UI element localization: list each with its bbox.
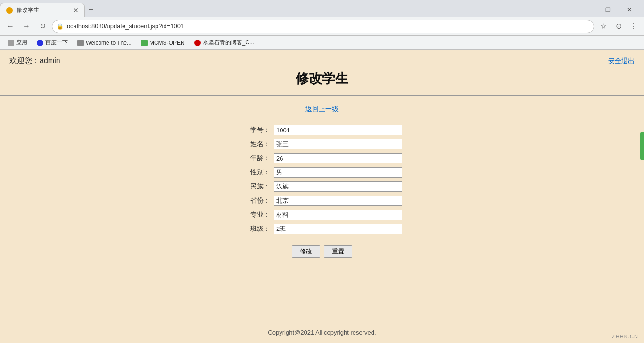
input-ethnicity[interactable]: [274, 181, 402, 192]
form-row-major: 专业：: [242, 210, 402, 220]
bookmark-star-button[interactable]: ☆: [597, 20, 610, 33]
label-name: 姓名：: [242, 140, 270, 148]
reset-button[interactable]: 重置: [324, 245, 352, 258]
label-age: 年龄：: [242, 154, 270, 163]
label-ethnicity: 民族：: [242, 182, 270, 191]
right-sidebar-bar: [640, 132, 644, 160]
label-student-id: 学号：: [242, 126, 270, 134]
menu-button[interactable]: ⋮: [627, 20, 640, 33]
label-class: 班级：: [242, 225, 270, 233]
tab-title: 修改学生: [17, 6, 39, 14]
input-province[interactable]: [274, 196, 402, 206]
input-major[interactable]: [274, 210, 402, 220]
browser-tab[interactable]: 修改学生 ✕: [0, 3, 85, 17]
form-row-ethnicity: 民族：: [242, 181, 402, 192]
bookmarks-bar: 应用 百度一下 Welcome to The... MCMS-OPEN 水坚石青…: [0, 36, 644, 50]
forward-button[interactable]: →: [20, 20, 33, 33]
mcms-favicon: [141, 40, 148, 46]
welcome-favicon: [77, 40, 84, 46]
label-major: 专业：: [242, 211, 270, 219]
new-tab-button[interactable]: +: [85, 5, 98, 15]
input-class[interactable]: [274, 224, 402, 234]
page-divider: [0, 95, 644, 96]
bookmark-apps-label: 应用: [16, 39, 27, 47]
close-window-button[interactable]: ✕: [619, 3, 640, 17]
lock-icon: 🔒: [57, 23, 64, 30]
form-row-student-id: 学号：: [242, 125, 402, 135]
welcome-text: 欢迎您：admin: [9, 56, 60, 66]
bookmark-apps[interactable]: 应用: [4, 38, 31, 48]
baidu-favicon: [37, 40, 43, 46]
csdn-favicon: [194, 40, 201, 46]
input-student-id[interactable]: [274, 125, 402, 135]
restore-button[interactable]: ❐: [597, 3, 619, 17]
form-row-gender: 性别：: [242, 167, 402, 178]
form-row-province: 省份：: [242, 196, 402, 206]
bookmark-csdn-label: 水坚石青的博客_C...: [203, 39, 254, 47]
label-province: 省份：: [242, 196, 270, 205]
student-form: 学号： 姓名： 年龄： 性别： 民族： 省份： 专业： 班级：: [0, 125, 644, 258]
back-link[interactable]: 返回上一级: [305, 105, 339, 113]
bookmark-welcome-label: Welcome to The...: [86, 40, 132, 46]
back-button[interactable]: ←: [4, 20, 17, 33]
form-row-age: 年龄：: [242, 153, 402, 163]
submit-button[interactable]: 修改: [292, 245, 320, 258]
minimize-button[interactable]: ─: [575, 3, 597, 17]
page-title: 修改学生: [0, 70, 644, 88]
bookmark-csdn[interactable]: 水坚石青的博客_C...: [190, 38, 258, 48]
address-bar[interactable]: [52, 20, 594, 33]
bookmark-mcms-label: MCMS-OPEN: [149, 40, 185, 46]
bookmark-baidu-label: 百度一下: [45, 39, 68, 47]
watermark: ZHHK.CN: [612, 334, 638, 339]
apps-favicon: [8, 40, 14, 46]
page-footer: Copyright@2021 All copyright reserved.: [0, 315, 644, 343]
form-row-class: 班级：: [242, 224, 402, 234]
form-row-name: 姓名：: [242, 139, 402, 149]
account-button[interactable]: ⊙: [612, 20, 625, 33]
input-gender[interactable]: [274, 167, 402, 178]
tab-favicon: [6, 7, 13, 14]
bookmark-welcome[interactable]: Welcome to The...: [74, 39, 135, 47]
copyright-text: Copyright@2021 All copyright reserved.: [268, 329, 376, 336]
label-gender: 性别：: [242, 168, 270, 177]
bookmark-baidu[interactable]: 百度一下: [33, 38, 72, 48]
input-name[interactable]: [274, 139, 402, 149]
bookmark-mcms[interactable]: MCMS-OPEN: [137, 39, 189, 47]
refresh-button[interactable]: ↻: [36, 20, 49, 33]
input-age[interactable]: [274, 153, 402, 163]
tab-close-button[interactable]: ✕: [73, 7, 79, 14]
logout-link[interactable]: 安全退出: [608, 57, 635, 65]
